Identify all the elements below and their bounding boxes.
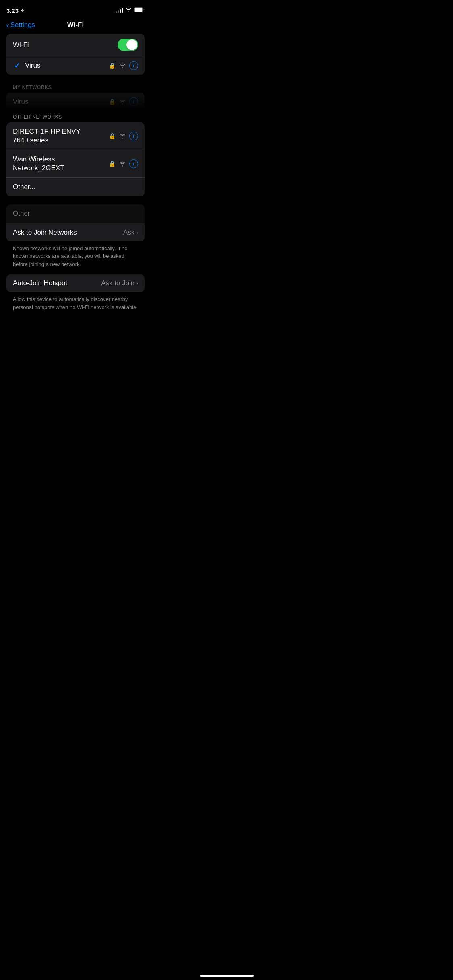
my-networks-card: Virus 🔒 i — [6, 93, 145, 111]
other-networks-label: OTHER NETWORKS — [6, 111, 145, 122]
auto-join-section: Auto-Join Hotspot Ask to Join › — [6, 274, 145, 292]
current-network-info-button[interactable]: i — [129, 61, 138, 70]
network-name-0: DIRECT-1F-HP ENVY7640 series — [13, 127, 81, 145]
auto-join-card: Auto-Join Hotspot Ask to Join › — [6, 274, 145, 292]
my-network-name: Virus — [13, 98, 28, 106]
content: Wi-Fi ✓ Virus 🔒 — [0, 34, 151, 317]
network-lock-icon-0: 🔒 — [109, 133, 116, 139]
other-peek-label: Other — [13, 209, 30, 218]
current-network-row[interactable]: ✓ Virus 🔒 i — [6, 56, 145, 75]
ask-to-join-label: Ask to Join Networks — [13, 229, 77, 237]
back-button[interactable]: ‹ Settings — [6, 21, 35, 30]
my-network-info-button[interactable]: i — [129, 97, 138, 106]
network-name-other: Other... — [13, 183, 35, 191]
network-row-other[interactable]: Other... — [6, 178, 145, 196]
my-networks-section: MY NETWORKS Virus 🔒 i — [6, 83, 145, 111]
location-icon: ✈︎ — [21, 8, 24, 13]
back-chevron-icon: ‹ — [6, 21, 9, 30]
status-time: 3:23 ✈︎ — [6, 7, 24, 14]
wifi-card: Wi-Fi ✓ Virus 🔒 — [6, 34, 145, 75]
battery-icon — [134, 7, 145, 14]
toggle-knob — [126, 39, 137, 50]
wifi-label: Wi-Fi — [13, 41, 29, 49]
other-peek-row: Other — [6, 204, 145, 223]
status-icons — [116, 7, 145, 14]
network-lock-icon-1: 🔒 — [109, 161, 116, 167]
network-wifi-icon-0 — [119, 133, 126, 139]
ask-to-join-section: Other Ask to Join Networks Ask › — [6, 204, 145, 241]
network-info-button-0[interactable]: i — [129, 132, 138, 140]
nav-bar: ‹ Settings Wi-Fi — [0, 18, 151, 34]
wifi-status-icon — [125, 7, 132, 14]
auto-join-description: Allow this device to automatically disco… — [6, 292, 145, 317]
svg-rect-1 — [135, 8, 143, 12]
other-networks-card: DIRECT-1F-HP ENVY7640 series 🔒 i Wan Wir… — [6, 122, 145, 196]
auto-join-value: Ask to Join — [101, 279, 134, 287]
signal-strength-icon — [116, 8, 123, 13]
network-row-0[interactable]: DIRECT-1F-HP ENVY7640 series 🔒 i — [6, 122, 145, 150]
network-wifi-icon-1 — [119, 161, 126, 167]
auto-join-row[interactable]: Auto-Join Hotspot Ask to Join › — [6, 274, 145, 292]
my-network-row[interactable]: Virus 🔒 i — [6, 93, 145, 111]
my-networks-label: MY NETWORKS — [6, 83, 145, 93]
network-info-button-1[interactable]: i — [129, 159, 138, 168]
auto-join-chevron-icon: › — [136, 280, 138, 286]
ask-to-join-value: Ask — [123, 229, 134, 237]
my-network-wifi-icon — [119, 99, 126, 105]
network-row-1[interactable]: Wan WirelessNetwork_2GEXT 🔒 i — [6, 150, 145, 178]
wifi-section: Wi-Fi ✓ Virus 🔒 — [6, 34, 145, 75]
wifi-signal-icon — [119, 63, 126, 68]
ask-to-join-description: Known networks will be joined automatica… — [6, 241, 145, 275]
wifi-toggle-row: Wi-Fi — [6, 34, 145, 56]
connected-checkmark-icon: ✓ — [13, 61, 21, 70]
current-network-name: Virus — [25, 62, 40, 70]
other-peek-card: Other — [6, 204, 145, 223]
lock-icon: 🔒 — [109, 62, 116, 69]
network-name-1: Wan WirelessNetwork_2GEXT — [13, 155, 64, 173]
my-network-lock-icon: 🔒 — [109, 99, 116, 105]
other-networks-section: OTHER NETWORKS DIRECT-1F-HP ENVY7640 ser… — [6, 111, 145, 196]
time-display: 3:23 — [6, 7, 19, 14]
auto-join-label: Auto-Join Hotspot — [13, 279, 67, 287]
ask-to-join-row[interactable]: Ask to Join Networks Ask › — [6, 224, 145, 241]
page-title: Wi-Fi — [67, 21, 84, 29]
ask-to-join-chevron-icon: › — [136, 229, 138, 236]
wifi-toggle[interactable] — [118, 39, 138, 51]
back-label: Settings — [10, 21, 35, 29]
ask-to-join-card: Ask to Join Networks Ask › — [6, 224, 145, 241]
status-bar: 3:23 ✈︎ — [0, 0, 151, 18]
